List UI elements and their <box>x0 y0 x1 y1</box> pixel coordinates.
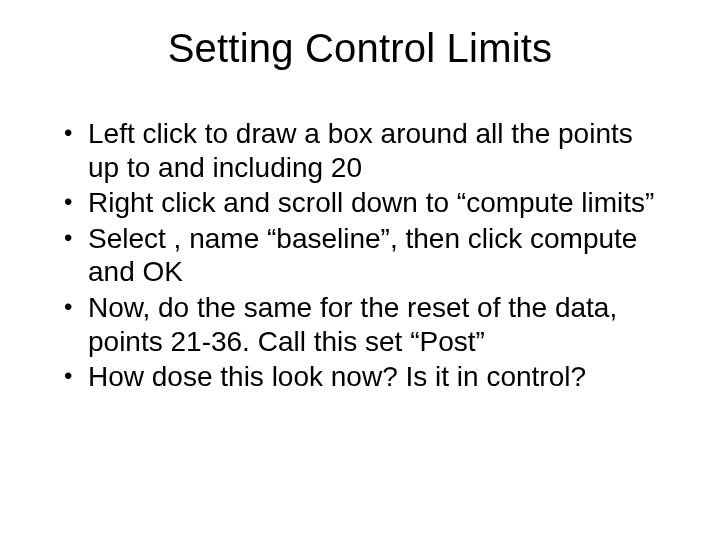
list-item: Right click and scroll down to “compute … <box>60 186 660 220</box>
list-item: Now, do the same for the reset of the da… <box>60 291 660 358</box>
list-item: Select , name “baseline”, then click com… <box>60 222 660 289</box>
bullet-list: Left click to draw a box around all the … <box>60 117 660 394</box>
list-item: Left click to draw a box around all the … <box>60 117 660 184</box>
slide-title: Setting Control Limits <box>60 26 660 71</box>
list-item: How dose this look now? Is it in control… <box>60 360 660 394</box>
